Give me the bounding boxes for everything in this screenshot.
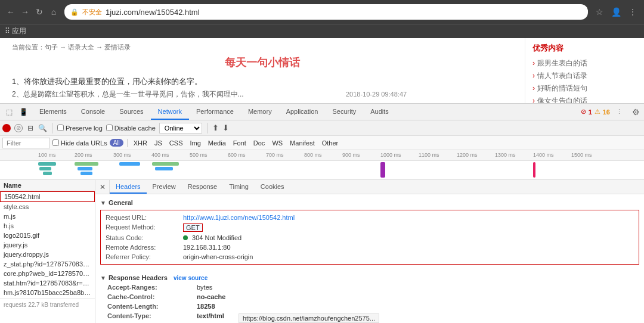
tab-network[interactable]: Network xyxy=(151,104,189,120)
detail-tab-response[interactable]: Response xyxy=(182,180,224,194)
filter-css[interactable]: CSS xyxy=(167,139,185,147)
upload-icon[interactable]: ⬆ xyxy=(212,123,219,132)
cache-control-value: no-cache xyxy=(197,293,225,300)
devtools: ⬚ 📱 Elements Console Sources Network Per… xyxy=(0,103,644,323)
filter-doc[interactable]: Doc xyxy=(251,139,268,147)
view-source-link[interactable]: view source xyxy=(174,275,208,281)
file-item-5[interactable]: jquery.js xyxy=(0,240,95,250)
disable-cache-checkbox[interactable]: Disable cache xyxy=(106,125,156,132)
detail-tab-headers[interactable]: Headers xyxy=(110,180,147,194)
detail-close-button[interactable]: ✕ xyxy=(95,180,110,194)
hide-data-urls-input[interactable] xyxy=(52,139,59,146)
sidebar-item-0[interactable]: 跟男生表白的话 xyxy=(532,57,637,70)
tab-security[interactable]: Security xyxy=(325,104,363,120)
general-box: Request URL: http://www.1juzi.com/new/15… xyxy=(100,210,639,265)
status-dot xyxy=(183,235,188,240)
toolbar-divider-2 xyxy=(207,123,208,133)
address-bar[interactable]: 🔒 不安全 1juzi.com/new/150542.html xyxy=(64,4,588,20)
search-icon[interactable]: 🔍 xyxy=(38,124,47,132)
file-item-7[interactable]: z_stat.php?id=12787570834&... xyxy=(0,259,95,269)
request-method-row: Request Method: GET xyxy=(106,222,634,233)
throttle-select[interactable]: Online Offline Slow 3G Fast 3G xyxy=(159,123,202,133)
request-url-value[interactable]: http://www.1juzi.com/new/150542.html xyxy=(183,214,295,221)
file-item-4[interactable]: logo2015.gif xyxy=(0,231,95,240)
filter-media[interactable]: Media xyxy=(206,139,228,147)
detail-tab-cookies[interactable]: Cookies xyxy=(255,180,290,194)
bookmarks-bar: ⠿ 应用 xyxy=(0,24,644,38)
filter-ws[interactable]: WS xyxy=(270,139,285,147)
cache-control-row: Cache-Control: no-cache xyxy=(107,292,639,302)
accept-ranges-row: Accept-Ranges: bytes xyxy=(107,282,639,292)
filter-other[interactable]: Other xyxy=(320,139,341,147)
devtools-settings-button[interactable]: ⚙ xyxy=(627,104,644,120)
status-code-label: Status Code: xyxy=(106,234,183,241)
reload-button[interactable]: ↻ xyxy=(33,6,45,18)
file-item-0[interactable]: 150542.html xyxy=(0,191,95,202)
file-item-3[interactable]: h.js xyxy=(0,221,95,231)
filter-divider xyxy=(127,139,128,147)
warning-count: 16 xyxy=(603,108,610,116)
detail-tab-preview[interactable]: Preview xyxy=(147,180,182,194)
sidebar-item-1[interactable]: 情人节表白话录 xyxy=(532,70,637,82)
tab-console[interactable]: Console xyxy=(74,104,112,120)
disable-cache-input[interactable] xyxy=(106,125,113,131)
toolbar-divider-1 xyxy=(52,123,52,133)
browser-chrome: ← → ↻ ⌂ 🔒 不安全 1juzi.com/new/150542.html … xyxy=(0,0,644,24)
filter-xhr[interactable]: XHR xyxy=(131,139,150,147)
device-button[interactable]: 📱 xyxy=(17,105,30,119)
forward-button[interactable]: → xyxy=(19,6,31,18)
tl-bar-8 xyxy=(152,162,179,166)
sidebar-item-3[interactable]: 像女生告白的话 xyxy=(532,95,637,103)
filter-img[interactable]: Img xyxy=(187,139,203,147)
triangle-icon-2: ▼ xyxy=(100,275,106,281)
inspect-button[interactable]: ⬚ xyxy=(2,105,16,119)
tab-application[interactable]: Application xyxy=(279,104,326,120)
file-item-9[interactable]: stat.htm?id=127857083&r=h... xyxy=(0,278,95,288)
hide-data-urls-label: Hide data URLs xyxy=(61,139,107,147)
sidebar-item-2[interactable]: 好听的情话短句 xyxy=(532,82,637,95)
file-item-8[interactable]: core.php?web_id=127857083... xyxy=(0,269,95,278)
filter-icon[interactable]: ⊟ xyxy=(26,124,35,132)
address-text: 1juzi.com/new/150542.html xyxy=(106,8,582,17)
content-length-name: Content-Length: xyxy=(107,303,197,310)
record-button[interactable] xyxy=(2,124,11,132)
menu-button[interactable]: ⋮ xyxy=(626,5,639,18)
hover-url: https://blog.csdn.net/iamzhoufengchen257… xyxy=(239,313,379,323)
status-code-row: Status Code: 304 Not Modified xyxy=(106,233,634,243)
filter-js[interactable]: JS xyxy=(152,139,165,147)
filter-font[interactable]: Font xyxy=(231,139,249,147)
back-button[interactable]: ← xyxy=(5,6,17,18)
preserve-log-checkbox[interactable]: Preserve log xyxy=(57,125,103,132)
tl-bar-4 xyxy=(75,162,98,166)
files-list-header: Name xyxy=(0,180,95,191)
tab-elements[interactable]: Elements xyxy=(32,104,74,120)
tab-performance[interactable]: Performance xyxy=(189,104,241,120)
file-item-1[interactable]: style.css xyxy=(0,202,95,212)
cache-control-name: Cache-Control: xyxy=(107,293,197,300)
tick-1100ms: 1100 ms xyxy=(419,152,439,158)
preserve-log-input[interactable] xyxy=(57,125,64,131)
profile-button[interactable]: 👤 xyxy=(609,5,623,18)
filter-manifest[interactable]: Manifest xyxy=(287,139,317,147)
detail-tab-timing[interactable]: Timing xyxy=(223,180,255,194)
tab-memory[interactable]: Memory xyxy=(241,104,279,120)
tl-bar-6 xyxy=(80,172,92,175)
general-title: General xyxy=(109,199,133,206)
file-item-6[interactable]: jquery.droppy.js xyxy=(0,250,95,259)
tick-700ms: 700 ms xyxy=(266,152,284,158)
home-button[interactable]: ⌂ xyxy=(48,6,60,18)
download-icon[interactable]: ⬇ xyxy=(222,123,229,132)
hide-data-urls-checkbox[interactable]: Hide data URLs xyxy=(52,139,107,147)
tick-600ms: 600 ms xyxy=(228,152,246,158)
file-item-2[interactable]: m.js xyxy=(0,212,95,221)
status-code-value: 304 Not Modified xyxy=(183,234,242,241)
tab-audits[interactable]: Audits xyxy=(363,104,396,120)
response-headers-title: Response Headers xyxy=(109,274,168,281)
response-headers-header: ▼ Response Headers view source xyxy=(100,272,639,282)
filter-input[interactable] xyxy=(2,138,50,148)
tab-sources[interactable]: Sources xyxy=(112,104,150,120)
bookmark-button[interactable]: ☆ xyxy=(593,5,606,18)
file-item-10[interactable]: hm.js?8107b15bacc25ba8b7f... xyxy=(0,288,95,297)
clear-button[interactable]: ⊘ xyxy=(14,124,23,132)
tick-900ms: 900 ms xyxy=(342,152,360,158)
